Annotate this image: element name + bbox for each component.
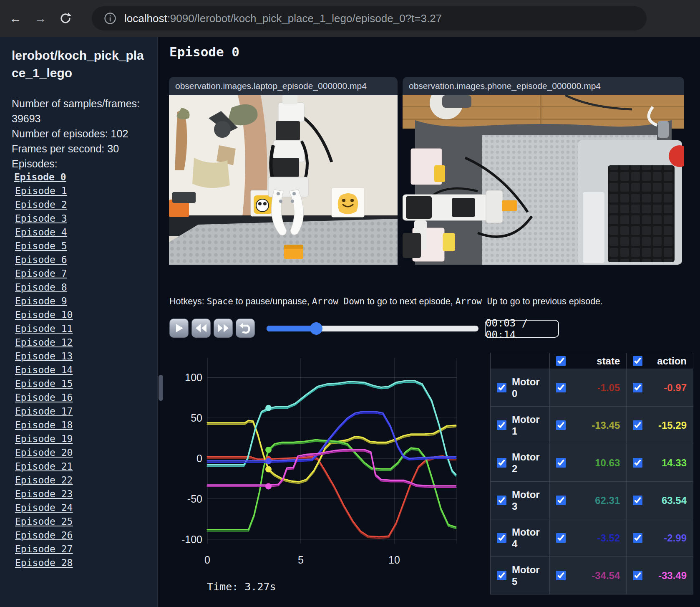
series-state-motor0 bbox=[207, 458, 456, 539]
episode-link-13[interactable]: Episode 13 bbox=[15, 351, 146, 361]
url-host: localhost bbox=[124, 12, 167, 25]
episode-link-5[interactable]: Episode 5 bbox=[15, 241, 146, 251]
url-path: :9090/lerobot/koch_pick_place_1_lego/epi… bbox=[167, 12, 442, 25]
episode-link-0[interactable]: Episode 0 bbox=[14, 172, 146, 182]
episode-link-16[interactable]: Episode 16 bbox=[15, 392, 146, 402]
samples-count: Number of samples/frames: 39693 bbox=[12, 96, 141, 126]
episode-link-15[interactable]: Episode 15 bbox=[15, 379, 146, 389]
progress-thumb[interactable] bbox=[310, 322, 322, 335]
play-button[interactable] bbox=[169, 319, 189, 338]
episode-link-7[interactable]: Episode 7 bbox=[15, 268, 146, 278]
episode-link-6[interactable]: Episode 6 bbox=[15, 255, 146, 265]
motor-2-action-checkbox[interactable] bbox=[633, 458, 642, 468]
motor-5-state-checkbox[interactable] bbox=[556, 571, 566, 580]
state-column-label: state bbox=[597, 355, 620, 367]
motor-5-label: Motor 5 bbox=[512, 564, 543, 587]
next-episode-button[interactable] bbox=[214, 319, 233, 338]
motor-3-state-checkbox[interactable] bbox=[556, 496, 566, 505]
site-info-icon[interactable] bbox=[102, 10, 118, 27]
motor-1-label: Motor 1 bbox=[512, 414, 543, 437]
motor-5-row-checkbox[interactable] bbox=[497, 571, 506, 580]
episode-link-24[interactable]: Episode 24 bbox=[15, 503, 146, 513]
x-tick-label: 0 bbox=[204, 554, 210, 566]
motor-4-state-value: -3.52 bbox=[597, 532, 620, 544]
episode-link-21[interactable]: Episode 21 bbox=[15, 461, 146, 471]
motor-4-row-checkbox[interactable] bbox=[497, 533, 506, 543]
chart-time-label: Time: 3.27s bbox=[207, 581, 276, 593]
motor-4-state-checkbox[interactable] bbox=[556, 533, 566, 543]
motor-3-action-checkbox[interactable] bbox=[633, 496, 642, 505]
time-cursor-dot-motor1 bbox=[265, 466, 272, 473]
motor-1-state-value: -13.45 bbox=[592, 420, 620, 431]
table-row-motor-0: Motor 0-1.05-0.97 bbox=[491, 369, 693, 407]
episode-link-11[interactable]: Episode 11 bbox=[15, 324, 146, 334]
motor-2-state-checkbox[interactable] bbox=[556, 458, 566, 468]
video-laptop-frame bbox=[169, 95, 398, 265]
hotkeys-seg2: to go to next episode, bbox=[365, 296, 456, 306]
episodes-count: Number of episodes: 102 bbox=[12, 126, 141, 141]
video-phone: observation.images.phone_episode_000000.… bbox=[403, 77, 684, 265]
video-progress-slider[interactable] bbox=[267, 326, 478, 331]
episode-link-26[interactable]: Episode 26 bbox=[15, 530, 146, 540]
video-laptop-filename: observation.images.laptop_episode_000000… bbox=[169, 77, 398, 95]
forward-icon[interactable]: → bbox=[31, 9, 50, 28]
reload-icon[interactable] bbox=[56, 9, 75, 28]
video-phone-frame bbox=[403, 95, 684, 265]
scrollbar-thumb[interactable] bbox=[159, 375, 163, 401]
table-row-motor-2: Motor 210.6314.33 bbox=[491, 444, 693, 482]
episode-link-20[interactable]: Episode 20 bbox=[15, 448, 146, 458]
episode-link-22[interactable]: Episode 22 bbox=[15, 475, 146, 485]
episode-link-2[interactable]: Episode 2 bbox=[15, 200, 146, 210]
hotkeys-prefix: Hotkeys: bbox=[169, 296, 207, 306]
y-tick-label: 50 bbox=[191, 412, 202, 424]
episode-link-17[interactable]: Episode 17 bbox=[15, 406, 146, 416]
motor-5-action-checkbox[interactable] bbox=[633, 571, 642, 580]
motor-0-state-checkbox[interactable] bbox=[556, 383, 566, 392]
x-tick-label: 10 bbox=[388, 554, 400, 566]
episode-link-12[interactable]: Episode 12 bbox=[15, 337, 146, 347]
hotkeys-help: Hotkeys: Space to pause/unpause, Arrow D… bbox=[169, 296, 603, 307]
episode-link-14[interactable]: Episode 14 bbox=[15, 365, 146, 375]
time-cursor-dot-motor5 bbox=[265, 483, 272, 489]
motor-0-action-checkbox[interactable] bbox=[633, 383, 642, 392]
address-bar[interactable]: localhost:9090/lerobot/koch_pick_place_1… bbox=[92, 6, 647, 30]
episode-link-4[interactable]: Episode 4 bbox=[15, 227, 146, 237]
episode-link-9[interactable]: Episode 9 bbox=[15, 296, 146, 306]
hotkey-arrow-up: Arrow Up bbox=[456, 296, 498, 306]
video-phone-filename: observation.images.phone_episode_000000.… bbox=[403, 77, 684, 95]
motor-3-row-checkbox[interactable] bbox=[497, 496, 506, 505]
table-row-motor-4: Motor 4-3.52-2.99 bbox=[491, 519, 693, 557]
motor-2-row-checkbox[interactable] bbox=[497, 458, 506, 468]
motor-1-state-checkbox[interactable] bbox=[556, 420, 566, 430]
motor-0-action-value: -0.97 bbox=[664, 382, 687, 394]
episode-link-10[interactable]: Episode 10 bbox=[15, 310, 146, 320]
episode-link-25[interactable]: Episode 25 bbox=[15, 516, 146, 526]
sidebar: lerobot/koch_pick_place_1_lego Number of… bbox=[0, 37, 158, 607]
loop-button[interactable] bbox=[236, 319, 255, 338]
back-icon[interactable]: ← bbox=[6, 9, 25, 28]
episode-link-1[interactable]: Episode 1 bbox=[15, 186, 146, 196]
motor-5-action-value: -33.49 bbox=[658, 570, 687, 582]
motor-4-action-checkbox[interactable] bbox=[633, 533, 642, 543]
motor-1-action-checkbox[interactable] bbox=[633, 420, 642, 430]
motor-1-row-checkbox[interactable] bbox=[497, 420, 506, 430]
episode-link-27[interactable]: Episode 27 bbox=[15, 544, 146, 554]
orange-brick bbox=[284, 245, 303, 259]
hotkeys-seg3: to go to previous episode. bbox=[498, 296, 603, 306]
state-column-checkbox[interactable] bbox=[556, 356, 566, 366]
fast-forward-icon bbox=[217, 324, 229, 333]
episode-link-19[interactable]: Episode 19 bbox=[15, 434, 146, 444]
episode-link-8[interactable]: Episode 8 bbox=[15, 282, 146, 292]
episode-link-18[interactable]: Episode 18 bbox=[15, 420, 146, 430]
rewind-icon bbox=[195, 324, 207, 333]
motor-3-label: Motor 3 bbox=[512, 489, 543, 512]
header-action: action bbox=[627, 353, 693, 369]
episode-link-3[interactable]: Episode 3 bbox=[15, 213, 146, 223]
motor-0-row-checkbox[interactable] bbox=[497, 383, 506, 392]
url-text: localhost:9090/lerobot/koch_pick_place_1… bbox=[124, 12, 442, 25]
header-empty-cell bbox=[491, 353, 550, 369]
previous-episode-button[interactable] bbox=[191, 319, 211, 338]
episode-link-28[interactable]: Episode 28 bbox=[15, 558, 146, 568]
episode-link-23[interactable]: Episode 23 bbox=[15, 489, 146, 499]
action-column-checkbox[interactable] bbox=[633, 356, 642, 366]
